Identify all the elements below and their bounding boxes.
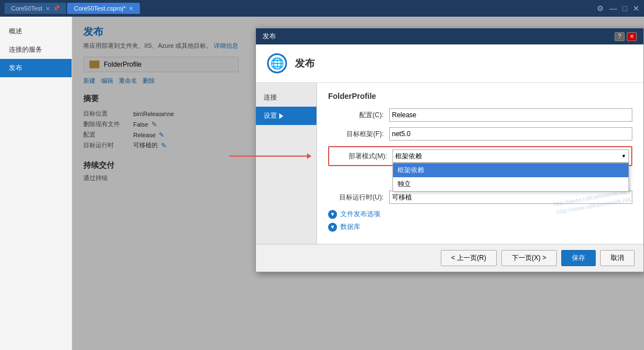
main-area: 概述 连接的服务 发布 发布 将应用部署到文件夹、IIS、Azure 或其他目标… [0,17,644,350]
arrow-head [307,153,311,159]
folder-profile-title: FolderProfile [328,92,632,101]
framework-row: 目标框架(F): net5.0 [328,127,632,141]
tab-pin-icon[interactable]: 📌 [53,6,59,11]
minimize-icon[interactable]: — [610,4,617,13]
sidebar-item-connected-services[interactable]: 连接的服务 [0,41,72,59]
title-bar-actions: ⚙ — □ ✕ [597,4,640,13]
sidebar-item-publish[interactable]: 发布 [0,59,72,77]
runtime-select-wrapper: 可移植 [389,191,632,204]
deploy-mode-select-wrapper: 框架依赖 ▼ 框架依赖 独立 [393,149,629,163]
sidebar: 概述 连接的服务 发布 [0,17,72,350]
dialog-form: FolderProfile 配置(C): Release [317,83,643,244]
globe-icon: 🌐 [267,53,287,73]
cancel-button[interactable]: 取消 [600,250,635,266]
dialog-title-bar: 发布 ? ✕ [256,28,643,44]
dialog-nav: 连接 设置 [256,83,317,244]
sidebar-item-overview[interactable]: 概述 [0,22,72,41]
tab-csproj[interactable]: Core50Test.csproj* ✕ [67,3,140,14]
dialog-footer: < 上一页(R) 下一页(X) > 保存 取消 [256,244,643,272]
nav-item-connect[interactable]: 连接 [256,88,316,107]
dropdown-arrow-icon: ▼ [621,153,626,159]
deploy-mode-form-label: 部署模式(M): [331,152,387,161]
save-button[interactable]: 保存 [561,250,596,266]
expand-icon: ▼ [328,210,337,219]
maximize-icon[interactable]: □ [623,4,627,13]
dialog-header: 🌐 发布 [256,44,643,83]
next-button[interactable]: 下一页(X) > [501,250,557,266]
database-label: 数据库 [340,222,360,232]
dialog-header-title: 发布 [295,57,315,70]
framework-select-wrapper: net5.0 [389,127,632,141]
tab-core50test[interactable]: Core50Test ✕ 📌 [4,3,66,14]
framework-form-label: 目标框架(F): [328,129,384,139]
modal-overlay: 发布 ? ✕ 🌐 发布 连接 [72,17,644,350]
dialog-title: 发布 [263,32,276,41]
framework-select[interactable]: net5.0 [389,127,632,141]
config-select[interactable]: Release [389,108,632,122]
arrow-line [229,156,307,157]
deploy-mode-dropdown-list: 框架依赖 独立 [393,163,629,192]
publish-dialog: 发布 ? ✕ 🌐 发布 连接 [255,28,644,272]
file-publish-section[interactable]: ▼ 文件发布选项 [328,209,632,219]
config-form-label: 配置(C): [328,111,384,120]
settings-icon[interactable]: ⚙ [597,4,604,13]
runtime-form-label: 目标运行时(U): [328,193,384,202]
title-bar: Core50Test ✕ 📌 Core50Test.csproj* ✕ ⚙ — … [0,0,644,17]
tab-close-icon[interactable]: ✕ [46,6,50,12]
runtime-form-row: 目标运行时(U): 可移植 [328,191,632,204]
deploy-option-standalone[interactable]: 独立 [393,177,628,191]
config-row: 配置(C): Release [328,108,632,122]
deploy-mode-row: 部署模式(M): 框架依赖 ▼ 框架依赖 [328,146,632,166]
tab-list: Core50Test ✕ 📌 Core50Test.csproj* ✕ [4,3,597,14]
expand-db-icon: ▼ [328,223,337,232]
dialog-body: 连接 设置 FolderProfile 配置(C): [256,83,643,244]
config-select-wrapper: Release [389,108,632,122]
runtime-select[interactable]: 可移植 [389,191,632,204]
dialog-title-actions: ? ✕ [615,32,637,41]
content-area: 发布 将应用部署到文件夹、IIS、Azure 或其他目标。 详细信息 Folde… [72,17,644,350]
close-window-icon[interactable]: ✕ [633,4,640,13]
tab-close-csproj-icon[interactable]: ✕ [129,6,133,12]
nav-item-settings[interactable]: 设置 [256,107,316,125]
dialog-close-icon[interactable]: ✕ [627,32,637,41]
arrow-annotation [229,153,311,159]
deploy-option-framework[interactable]: 框架依赖 [393,163,628,177]
dialog-help-icon[interactable]: ? [615,32,625,41]
prev-button[interactable]: < 上一页(R) [441,250,497,266]
file-publish-label: 文件发布选项 [340,209,380,219]
nav-arrow-icon [279,113,283,119]
deploy-mode-dropdown[interactable]: 框架依赖 ▼ [393,149,629,163]
database-section[interactable]: ▼ 数据库 [328,222,632,232]
